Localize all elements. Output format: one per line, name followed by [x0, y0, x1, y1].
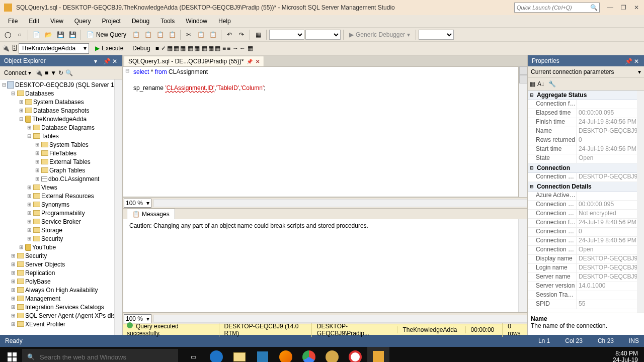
tree-databases[interactable]: ⊟Databases [0, 89, 122, 98]
execute-button[interactable]: ▶Execute [91, 43, 127, 53]
taskbar-search-input[interactable] [40, 353, 173, 361]
menu-window[interactable]: Window [181, 16, 212, 26]
dropdown-icon[interactable]: ▾ [94, 58, 100, 64]
property-pages-button[interactable]: 🔧 [548, 80, 556, 87]
specify-values-button[interactable]: ▦ [248, 45, 253, 52]
sql-editor[interactable]: ⊟ select * from CLAssignment sp_rename '… [123, 66, 519, 197]
tree-server-objects[interactable]: ⊞Server Objects [0, 260, 122, 268]
tree-tables[interactable]: ⊟Tables [0, 132, 122, 140]
close-tab-icon[interactable]: ✕ [256, 59, 260, 64]
tree-server[interactable]: ⊟DESKTOP-GEQCBJ9 (SQL Server 14.0 [0, 80, 122, 89]
menu-help[interactable]: Help [213, 16, 236, 26]
menu-query[interactable]: Query [69, 16, 96, 26]
undo-button[interactable]: ↶ [224, 29, 235, 40]
taskbar-clock[interactable]: 8:40 PM 24-Jul-19 [613, 350, 638, 362]
document-tab[interactable]: SQLQuery1.sql - DE...QCBJ9\Pradip (55))*… [124, 56, 264, 66]
tree-views[interactable]: ⊞Views [0, 183, 122, 192]
outdent-button[interactable]: ← [239, 45, 246, 52]
tree-service-broker[interactable]: ⊞Service Broker [0, 217, 122, 226]
pin-icon[interactable]: 📌 [103, 58, 109, 64]
pin-icon[interactable]: 📌 [247, 59, 253, 64]
file-explorer-button[interactable] [228, 347, 251, 362]
properties-button[interactable]: ▦ [253, 29, 264, 40]
tree-youtube[interactable]: ⊞YouTube [0, 243, 122, 251]
redo-button[interactable]: ↷ [236, 29, 247, 40]
menu-project[interactable]: Project [97, 16, 126, 26]
store-button[interactable] [252, 347, 274, 362]
save-all-button[interactable]: 💾 [67, 29, 78, 40]
debugger-combo[interactable]: ▶Generic Debugger▾ [346, 30, 413, 40]
copy-button[interactable]: 📋 [195, 29, 206, 40]
indent-button[interactable]: → [232, 45, 238, 52]
app-button[interactable] [321, 347, 343, 362]
include-stats-button[interactable]: ▦ [194, 45, 200, 52]
uncomment-button[interactable]: ≡ [227, 45, 230, 52]
scroll-up-button[interactable] [519, 75, 527, 83]
debug-button[interactable]: Debug [128, 43, 154, 53]
tree-dbo-classignment[interactable]: ⊞dbo.CLAssignment [0, 174, 122, 183]
new-query-button[interactable]: 📄New Query [84, 30, 129, 40]
alphabetical-button[interactable]: A↓ [537, 80, 544, 87]
messages-hscrollbar[interactable] [153, 315, 527, 323]
search-button[interactable]: 🔍 [65, 69, 73, 76]
close-panel-icon[interactable]: ✕ [634, 58, 640, 64]
screenrec-button[interactable] [344, 347, 366, 362]
minimize-button[interactable]: — [607, 4, 614, 11]
edge-button[interactable] [205, 347, 227, 362]
results-grid-button[interactable]: ▦ [202, 45, 207, 52]
parse-button[interactable]: ✓ [161, 45, 166, 52]
system-tray[interactable]: 8:40 PM 24-Jul-19 [613, 350, 642, 362]
results-text-button[interactable]: ▦ [208, 45, 214, 52]
new-item-button[interactable]: 📄 [31, 29, 42, 40]
tree-xevent[interactable]: ⊞XEvent Profiler [0, 320, 122, 328]
menu-debug[interactable]: Debug [127, 16, 154, 26]
disconnect-button[interactable]: 🔌 [35, 69, 43, 76]
messages-scrollbar[interactable] [518, 219, 527, 312]
tree-polybase[interactable]: ⊞PolyBase [0, 277, 122, 286]
menu-view[interactable]: View [45, 16, 68, 26]
messages-zoom-combo[interactable]: 100 %▾ [124, 314, 151, 323]
start-button[interactable] [2, 347, 22, 362]
results-file-button[interactable]: ▦ [215, 45, 220, 52]
filter-button[interactable]: ▼ [50, 69, 56, 76]
dmx-query-button[interactable]: 📋 [167, 29, 178, 40]
object-explorer-tree[interactable]: ⊟DESKTOP-GEQCBJ9 (SQL Server 14.0 ⊟Datab… [0, 79, 122, 335]
ssms-button[interactable] [367, 347, 389, 362]
intellisense-button[interactable]: ▦ [180, 45, 186, 52]
tree-security[interactable]: ⊞Security [0, 251, 122, 260]
tree-external-tables[interactable]: ⊞External Tables [0, 157, 122, 166]
forward-button[interactable]: ○ [14, 29, 25, 40]
include-plan-button[interactable]: ▦ [188, 45, 193, 52]
mdx-query-button[interactable]: 📋 [154, 29, 166, 40]
properties-grid[interactable]: ⊟Aggregate Status Connection failure Ela… [528, 90, 644, 313]
stop-button[interactable]: ■ [45, 69, 48, 76]
tree-sql-agent[interactable]: ⊞SQL Server Agent (Agent XPs dis [0, 311, 122, 320]
tree-synonyms[interactable]: ⊞Synonyms [0, 200, 122, 209]
tree-integration-services[interactable]: ⊞Integration Services Catalogs [0, 303, 122, 311]
paste-button[interactable]: 📋 [207, 29, 218, 40]
menu-tools[interactable]: Tools [155, 16, 180, 26]
tree-external-resources[interactable]: ⊞External Resources [0, 192, 122, 200]
cut-button[interactable]: ✂ [183, 29, 194, 40]
query-options-button[interactable]: ▦ [174, 45, 179, 52]
tree-file-tables[interactable]: ⊞FileTables [0, 149, 122, 157]
tree-graph-tables[interactable]: ⊞Graph Tables [0, 166, 122, 174]
pin-icon[interactable]: 📌 [625, 58, 631, 64]
comment-button[interactable]: ≡ [222, 45, 226, 52]
available-db-button[interactable]: 🗄 [12, 45, 18, 52]
close-panel-icon[interactable]: ✕ [112, 58, 118, 64]
tree-database-snapshots[interactable]: ⊞Database Snapshots [0, 106, 122, 115]
refresh-button[interactable]: ↻ [58, 69, 63, 76]
save-button[interactable]: 💾 [55, 29, 66, 40]
categorized-button[interactable]: ▦ [530, 80, 535, 87]
solution-platform-combo[interactable] [305, 30, 341, 40]
menu-edit[interactable]: Edit [24, 16, 44, 26]
properties-scrollbar[interactable] [637, 90, 644, 313]
stop-button[interactable]: ■ [155, 45, 159, 52]
tree-management[interactable]: ⊞Management [0, 294, 122, 303]
back-button[interactable]: ◯ [2, 29, 13, 40]
process-combo[interactable] [419, 30, 454, 40]
database-combo[interactable]: TheKnowledgeAdda▾ [19, 43, 89, 54]
tree-database-diagrams[interactable]: ⊞Database Diagrams [0, 123, 122, 132]
tree-storage[interactable]: ⊞Storage [0, 226, 122, 234]
